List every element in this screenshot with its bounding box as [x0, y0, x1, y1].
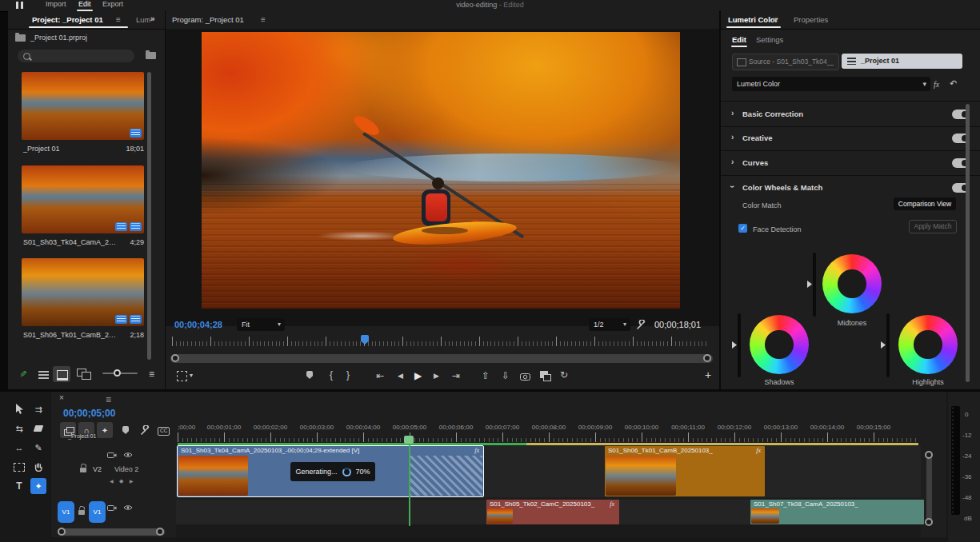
zoom-slider-knob[interactable] [114, 369, 121, 377]
track-select-forward-tool[interactable]: ⇉ [30, 401, 46, 417]
scrollbar-left-knob[interactable] [171, 354, 179, 362]
export-frame-icon[interactable] [520, 373, 530, 381]
project-item-name[interactable]: _Project 01 [23, 145, 60, 153]
go-to-in-icon[interactable]: ⇤ [376, 371, 384, 381]
step-back-icon[interactable]: ◀ [398, 373, 403, 380]
subtab-settings[interactable]: Settings [756, 35, 783, 44]
slip-tool[interactable]: ↔ [11, 440, 27, 456]
playhead-line[interactable] [409, 436, 410, 526]
icon-view-button[interactable] [53, 366, 70, 382]
face-detection-checkbox[interactable]: ✓ [738, 224, 747, 233]
track-v2-target[interactable]: V2 [93, 465, 102, 473]
settings-wrench-icon[interactable] [636, 320, 646, 330]
subtab-edit[interactable]: Edit [732, 35, 746, 44]
selection-tool[interactable] [11, 401, 27, 417]
step-forward-icon[interactable]: ▶ [434, 373, 439, 380]
pen-tool[interactable]: ✎ [30, 440, 46, 456]
lumetri-panel-menu-icon[interactable]: ≡ [774, 15, 778, 24]
play-icon[interactable]: ▶ [414, 371, 422, 381]
scrollbar-right-knob[interactable] [703, 354, 711, 362]
track-v2-name[interactable]: Video 2 [114, 465, 138, 473]
mark-out-icon[interactable]: } [346, 370, 350, 380]
midtones-color-wheel[interactable] [822, 254, 882, 313]
midtones-slider-handle[interactable] [807, 281, 812, 288]
comparison-view-button[interactable]: Comparison View [894, 197, 956, 210]
zoom-level-dropdown[interactable]: Fit ▾ [237, 318, 285, 331]
timeline-tab-label[interactable]: _Project 01 [68, 433, 96, 439]
close-icon[interactable]: × [59, 394, 64, 402]
track-visibility-eye-icon[interactable] [123, 504, 133, 511]
timeline-timecode[interactable]: 00;00;05;00 [63, 408, 115, 419]
keyframe-next-icon[interactable]: ▶ [130, 479, 134, 484]
keyframe-prev-icon[interactable]: ◀ [110, 479, 114, 484]
v-scroll-top-knob[interactable] [925, 451, 933, 459]
project-item-thumbnail[interactable] [22, 72, 144, 140]
generative-extend-button[interactable]: ✦ [97, 422, 113, 438]
go-to-out-icon[interactable]: ⇥ [452, 371, 460, 381]
effect-dropdown[interactable]: Lumetri Color ▾ [732, 77, 930, 91]
source-patch-v1[interactable]: V1 [58, 501, 74, 523]
program-mini-ruler[interactable] [172, 336, 708, 346]
ripple-edit-tool[interactable]: ⇆ [11, 420, 27, 436]
playhead-marker[interactable] [404, 436, 414, 444]
shadows-slider-handle[interactable] [732, 341, 737, 349]
project-item-thumbnail[interactable] [22, 258, 144, 326]
search-input[interactable] [34, 50, 131, 62]
menu-export[interactable]: Export [102, 0, 123, 8]
section-color-wheels[interactable]: › Color Wheels & Match [721, 175, 980, 200]
section-creative[interactable]: › Creative [721, 126, 980, 151]
captions-icon[interactable]: CC [158, 427, 170, 436]
breadcrumb[interactable]: _Project 01.prproj [30, 34, 87, 42]
playback-resolution-dropdown[interactable]: 1/2 ▾ [589, 318, 630, 331]
clip-v1b[interactable]: S01_Sh07_Tk08_CamA_20250103_ [750, 500, 924, 524]
add-marker-icon[interactable] [306, 371, 313, 379]
shadows-color-wheel[interactable] [750, 315, 809, 374]
menu-import[interactable]: Import [46, 0, 66, 8]
section-basic-correction[interactable]: › Basic Correction [721, 101, 980, 127]
highlights-slider-handle[interactable] [881, 341, 886, 349]
project-item-name[interactable]: S01_Sh06_Tk01_CamB_20250103_ [23, 331, 118, 339]
tab-lumetri-color[interactable]: Lumetri Color [728, 15, 778, 24]
extract-icon[interactable]: ⇩ [502, 371, 510, 381]
type-tool[interactable]: T [11, 478, 27, 494]
keyframe-add-icon[interactable]: ◆ [119, 478, 123, 484]
lift-icon[interactable]: ⇧ [482, 371, 490, 381]
tab-properties[interactable]: Properties [794, 15, 828, 24]
tab-project[interactable]: Project: _Project 01 [32, 15, 103, 24]
tab-lumetri-truncated[interactable]: Lum [136, 15, 150, 24]
project-target-button[interactable]: _Project 01 [842, 54, 962, 69]
program-timecode[interactable]: 00;00;04;28 [174, 320, 222, 329]
sort-menu-icon[interactable]: ≡ [149, 369, 154, 380]
v-scroll-bottom-knob[interactable] [925, 518, 933, 526]
clip-v2b[interactable]: S01_Sh06_Tk01_CamB_20250103_ fx [605, 446, 765, 496]
track-source-camera-icon[interactable] [107, 504, 117, 512]
midtones-luma-slider[interactable] [813, 253, 816, 317]
timeline-menu-icon[interactable]: ≡ [106, 394, 111, 405]
track-source-camera-icon[interactable] [107, 452, 117, 459]
track-visibility-eye-icon[interactable] [123, 452, 133, 458]
track-lock-icon[interactable] [80, 468, 86, 472]
reset-effect-icon[interactable]: ↶ [950, 79, 957, 88]
lumetri-scrollbar[interactable] [966, 104, 970, 382]
bin-up-folder-icon[interactable] [15, 34, 26, 42]
loop-icon[interactable]: ↻ [560, 370, 568, 380]
timeline-vertical-scrollbar[interactable] [926, 454, 932, 521]
list-view-icon[interactable] [38, 371, 49, 379]
project-scrollbar[interactable] [147, 72, 151, 360]
tab-overflow-icon[interactable]: » [150, 14, 155, 23]
shadows-luma-slider[interactable] [738, 313, 741, 377]
source-clip-button[interactable]: Source - S01_Sh03_Tk04__ [732, 54, 839, 70]
h-scroll-right-knob[interactable] [156, 528, 164, 536]
program-panel-menu-icon[interactable]: ≡ [261, 15, 266, 24]
hand-tool[interactable] [30, 459, 46, 475]
menu-edit[interactable]: Edit [78, 0, 91, 8]
razor-tool[interactable] [30, 420, 46, 436]
clip-v1a[interactable]: S01_Sh05_Tk02_CamC_20250103_ fx [486, 500, 619, 524]
find-bin-icon[interactable] [146, 52, 156, 59]
highlights-luma-slider[interactable] [886, 313, 890, 377]
timeline-ruler[interactable] [178, 432, 920, 442]
button-editor-icon[interactable]: + [705, 369, 711, 381]
safe-margins-icon[interactable] [177, 371, 187, 381]
track-lock-icon[interactable] [78, 510, 85, 515]
generative-extend-tool[interactable]: ✦ [30, 478, 46, 494]
